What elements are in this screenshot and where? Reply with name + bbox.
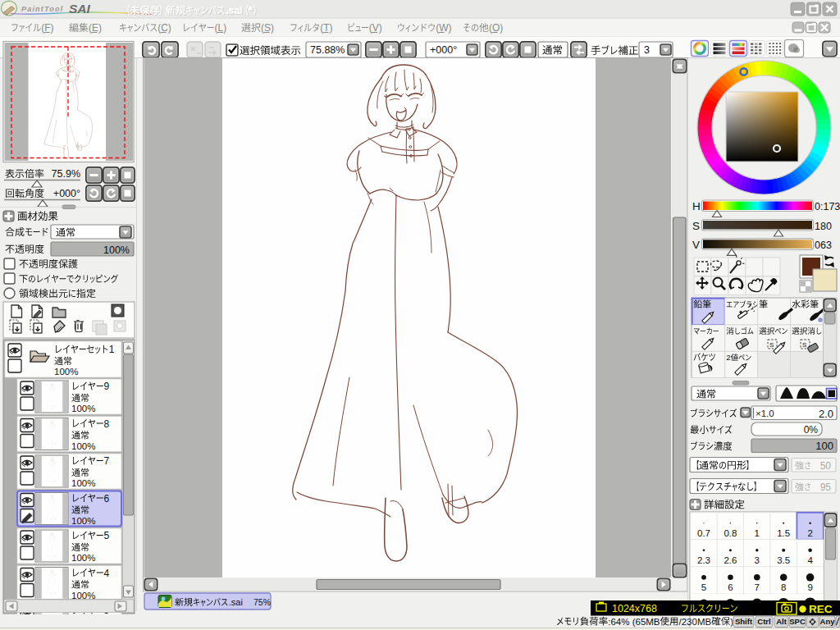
- svg-text:4: 4: [104, 568, 110, 579]
- svg-text:75.9%: 75.9%: [52, 168, 80, 180]
- svg-text:H: H: [692, 200, 701, 212]
- svg-text:0.7: 0.7: [697, 528, 710, 538]
- svg-text:1.5: 1.5: [777, 528, 790, 538]
- svg-text:5: 5: [701, 582, 706, 592]
- svg-text:8: 8: [104, 418, 110, 430]
- svg-text:100%: 100%: [71, 591, 95, 600]
- svg-text:180: 180: [815, 221, 832, 232]
- svg-text:100%: 100%: [71, 553, 95, 563]
- svg-text:Alt: Alt: [776, 617, 788, 626]
- svg-text:0:173: 0:173: [815, 201, 840, 212]
- svg-text:6: 6: [104, 493, 110, 504]
- svg-text:(T): (T): [320, 22, 332, 34]
- svg-text:3: 3: [644, 44, 650, 56]
- svg-text:75%: 75%: [253, 597, 271, 607]
- svg-text:.sai: .sai: [229, 597, 243, 607]
- svg-text:V: V: [692, 239, 700, 251]
- svg-text:2.3: 2.3: [697, 555, 710, 565]
- svg-text:(W): (W): [436, 22, 451, 34]
- svg-text:100%: 100%: [71, 441, 95, 451]
- svg-text:100%: 100%: [71, 404, 95, 413]
- svg-text:.sai: .sai: [226, 5, 242, 16]
- svg-text:7: 7: [755, 582, 760, 592]
- svg-text:100: 100: [815, 440, 833, 452]
- svg-text:50: 50: [820, 460, 832, 472]
- svg-text:S: S: [769, 341, 774, 349]
- svg-text:100%: 100%: [71, 478, 95, 488]
- svg-text:/230MB: /230MB: [679, 617, 712, 627]
- svg-text:3: 3: [755, 555, 760, 565]
- svg-text:8: 8: [781, 582, 786, 592]
- svg-text:95: 95: [820, 482, 832, 493]
- svg-text:2.6: 2.6: [724, 555, 737, 565]
- svg-text:(S): (S): [261, 22, 274, 34]
- svg-text:840x630: 840x630: [612, 603, 657, 614]
- svg-text:(E): (E): [89, 22, 102, 34]
- svg-text:Shift: Shift: [735, 617, 753, 626]
- svg-text:Any: Any: [820, 617, 836, 626]
- svg-text:1: 1: [755, 528, 760, 538]
- svg-text:100%: 100%: [103, 244, 130, 256]
- svg-text:5: 5: [104, 530, 110, 541]
- svg-text:(O): (O): [489, 22, 503, 34]
- svg-text:(V): (V): [369, 22, 382, 34]
- svg-text:7: 7: [104, 455, 110, 467]
- svg-text:6: 6: [728, 582, 733, 592]
- svg-text:S: S: [692, 220, 700, 232]
- svg-text:4: 4: [807, 555, 813, 565]
- svg-text:*: *: [249, 5, 253, 16]
- svg-text::64% (65MB: :64% (65MB: [608, 617, 660, 627]
- svg-text:×1.0: ×1.0: [756, 409, 774, 418]
- svg-text:2.0: 2.0: [819, 408, 833, 420]
- svg-text:75.88%: 75.88%: [310, 44, 345, 56]
- svg-text:+000°: +000°: [430, 44, 457, 56]
- svg-text:Ctrl: Ctrl: [757, 617, 770, 626]
- svg-text:063: 063: [815, 240, 832, 251]
- svg-text:SPC: SPC: [789, 617, 806, 626]
- svg-text:(L): (L): [215, 22, 227, 34]
- svg-text:1: 1: [109, 344, 115, 355]
- svg-text:2: 2: [807, 528, 812, 538]
- svg-text:9: 9: [104, 381, 110, 392]
- svg-text:0.8: 0.8: [724, 528, 737, 538]
- svg-text:SAI: SAI: [69, 2, 91, 16]
- svg-text:PaintTool: PaintTool: [21, 5, 63, 13]
- svg-text:(C): (C): [158, 22, 171, 34]
- svg-text:S: S: [802, 341, 806, 349]
- svg-text:3.5: 3.5: [777, 555, 790, 565]
- svg-text:100%: 100%: [54, 367, 78, 377]
- svg-text:2: 2: [726, 353, 730, 362]
- svg-text:(F): (F): [41, 22, 53, 34]
- svg-text:0%: 0%: [804, 424, 819, 436]
- svg-text:+000°: +000°: [53, 188, 80, 199]
- svg-text:REC: REC: [809, 603, 833, 615]
- svg-text:9: 9: [807, 582, 812, 592]
- svg-text:100%: 100%: [71, 516, 95, 526]
